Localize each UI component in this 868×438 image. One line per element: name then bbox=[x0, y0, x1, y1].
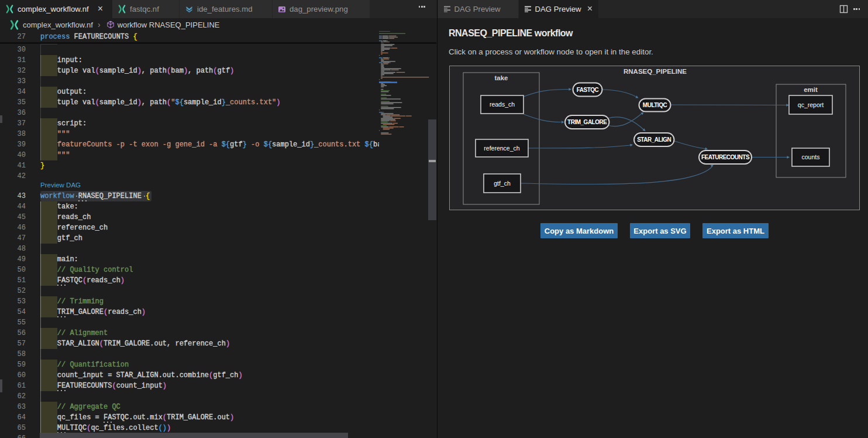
svg-text:reads_ch: reads_ch bbox=[490, 101, 515, 108]
svg-text:counts: counts bbox=[802, 153, 820, 160]
svg-text:emit: emit bbox=[804, 86, 818, 93]
svg-text:FEATURECOUNTS: FEATURECOUNTS bbox=[701, 154, 750, 160]
svg-text:FASTQC: FASTQC bbox=[577, 87, 599, 93]
svg-text:qc_report: qc_report bbox=[798, 101, 824, 108]
svg-text:MULTIQC: MULTIQC bbox=[643, 102, 667, 108]
svg-text:RNASEQ_PIPELINE: RNASEQ_PIPELINE bbox=[624, 68, 687, 75]
svg-text:TRIM_GALORE: TRIM_GALORE bbox=[567, 119, 607, 125]
svg-text:STAR_ALIGN: STAR_ALIGN bbox=[637, 136, 671, 143]
svg-text:gtf_ch: gtf_ch bbox=[494, 180, 511, 187]
svg-text:reference_ch: reference_ch bbox=[484, 145, 519, 152]
svg-text:take: take bbox=[494, 74, 508, 81]
